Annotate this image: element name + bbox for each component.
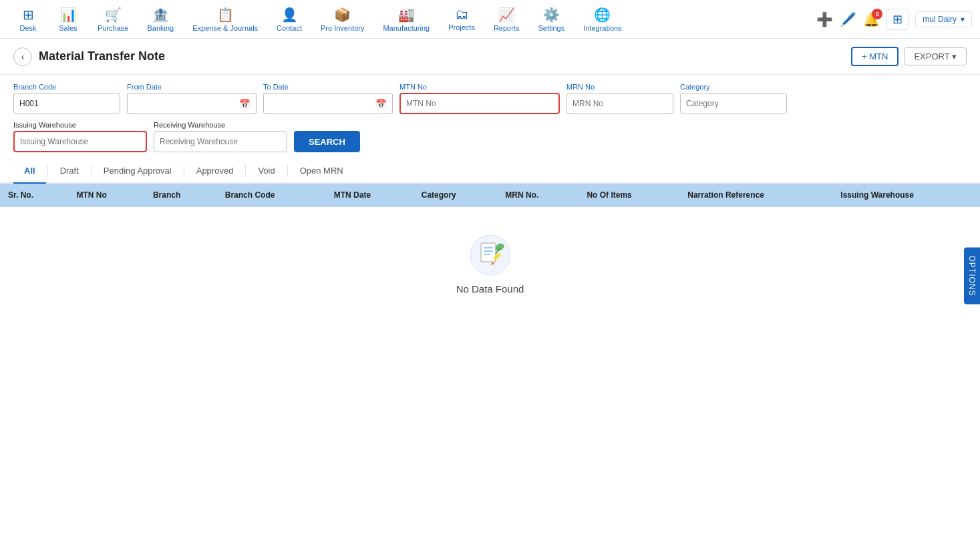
tab-divider [47,165,48,177]
svg-rect-3 [484,250,493,252]
table-column-header: No Of Items [579,184,679,207]
add-button[interactable]: ➕ [816,11,833,27]
nav-item-purchase[interactable]: 🛒 Purchase [88,0,138,39]
nav-item-projects[interactable]: 🗂 Projects [439,0,484,39]
mtn-no-input[interactable] [399,93,560,114]
tab-pending[interactable]: Pending Approval [93,159,182,184]
table-column-header: MRN No. [497,184,579,207]
tabs-row: AllDraftPending ApprovalApprovedVoidOpen… [0,159,980,184]
table-column-header: MTN No [68,184,144,207]
search-button[interactable]: SEARCH [294,131,360,152]
filter-row-1: Branch Code From Date 📅 To Date 📅 MTN No [13,83,967,114]
to-date-label: To Date [263,83,393,91]
mrn-no-input[interactable] [566,93,673,114]
nav-item-desk[interactable]: ⊞ Desk [8,0,48,39]
company-name: mul Dairy [923,15,957,24]
nav-item-reports[interactable]: 📈 Reports [484,0,529,39]
nav-item-settings[interactable]: ⚙️ Settings [528,0,574,39]
tab-draft[interactable]: Draft [49,159,90,184]
nav-item-integrations[interactable]: 🌐 Integrations [574,0,631,39]
projects-label: Projects [448,23,475,31]
mtn-button[interactable]: + MTN [851,47,899,66]
back-button[interactable]: ‹ [13,47,32,66]
purchase-icon: 🛒 [105,7,122,23]
table-column-header: Category [414,184,498,207]
nav-item-manufacturing[interactable]: 🏭 Manufacturing [373,0,439,39]
nav-item-banking[interactable]: 🏦 Banking [138,0,183,39]
no-data-section: No Data Found [0,207,980,321]
manufacturing-label: Manufacturing [383,24,430,32]
desk-icon: ⊞ [23,7,34,23]
edit-button[interactable]: 🖊️ [840,11,856,27]
settings-label: Settings [538,24,564,32]
expense-icon: 📋 [217,7,234,23]
filter-row-2: Issuing Warehouse Receiving Warehouse SE… [13,121,967,152]
integrations-label: Integrations [583,24,621,32]
mrn-no-group: MRN No [566,83,673,114]
tab-all[interactable]: All [13,159,46,184]
receiving-warehouse-label: Receiving Warehouse [154,121,287,129]
chevron-down-icon: ▾ [961,15,965,24]
no-data-text: No Data Found [456,283,524,295]
reports-label: Reports [494,24,520,32]
branch-code-input[interactable] [13,93,120,114]
category-input[interactable] [680,93,787,114]
data-table: Sr. No.MTN NoBranchBranch CodeMTN DateCa… [0,184,980,207]
from-date-input[interactable] [127,93,234,114]
no-data-icon [469,234,512,277]
from-date-label: From Date [127,83,257,91]
issuing-warehouse-input[interactable] [13,131,147,152]
pro_inventory-icon: 📦 [334,7,351,23]
tab-open_mrn[interactable]: Open MRN [289,159,354,184]
banking-label: Banking [147,24,174,32]
filter-area: Branch Code From Date 📅 To Date 📅 MTN No [0,75,980,152]
options-tab[interactable]: OPTIONS [964,247,980,304]
nav-item-contact[interactable]: 👤 Contact [267,0,311,39]
integrations-icon: 🌐 [594,7,611,23]
nav-item-sales[interactable]: 📊 Sales [48,0,88,39]
manufacturing-icon: 🏭 [398,7,415,23]
top-navigation: ⊞ Desk 📊 Sales 🛒 Purchase 🏦 Banking 📋 Ex… [0,0,980,39]
banking-icon: 🏦 [152,7,169,23]
svg-rect-4 [484,254,490,255]
receiving-warehouse-input[interactable] [154,131,287,152]
to-date-group: To Date 📅 [263,83,393,114]
tab-void[interactable]: Void [247,159,285,184]
mrn-no-label: MRN No [566,83,673,91]
sales-icon: 📊 [60,7,77,23]
company-selector[interactable]: mul Dairy ▾ [915,11,972,27]
to-date-input[interactable] [263,93,370,114]
sales-label: Sales [59,24,77,32]
desk-label: Desk [19,24,36,32]
nav-item-expense[interactable]: 📋 Expense & Journals [183,0,267,39]
notification-button[interactable]: 🔔 0 [863,11,880,27]
receiving-warehouse-group: Receiving Warehouse [154,121,287,152]
from-date-calendar-icon[interactable]: 📅 [234,93,257,114]
page-header-left: ‹ Material Transfer Note [13,47,165,66]
tab-approved[interactable]: Approved [186,159,244,184]
settings-icon: ⚙️ [543,7,560,23]
branch-code-label: Branch Code [13,83,120,91]
grid-button[interactable]: ⊞ [886,9,909,30]
to-date-calendar-icon[interactable]: 📅 [370,93,393,114]
mtn-no-label: MTN No [399,83,560,91]
tab-divider [184,165,184,177]
table-column-header: Issuing Warehouse [832,184,980,207]
tab-divider [91,165,92,177]
nav-items: ⊞ Desk 📊 Sales 🛒 Purchase 🏦 Banking 📋 Ex… [8,0,816,39]
tab-divider [245,165,246,177]
table-column-header: Branch Code [217,184,326,207]
svg-rect-2 [484,247,493,248]
contact-icon: 👤 [281,7,298,23]
pro_inventory-label: Pro Inventory [321,24,364,32]
search-btn-group: SEARCH [294,121,360,152]
category-label: Category [680,83,787,91]
notification-badge: 0 [872,9,882,19]
category-group: Category [680,83,787,114]
nav-item-pro_inventory[interactable]: 📦 Pro Inventory [311,0,373,39]
from-date-wrap: 📅 [127,93,257,114]
export-button[interactable]: EXPORT ▾ [904,47,967,65]
purchase-label: Purchase [98,24,128,32]
page-title: Material Transfer Note [39,49,165,63]
reports-icon: 📈 [498,7,515,23]
